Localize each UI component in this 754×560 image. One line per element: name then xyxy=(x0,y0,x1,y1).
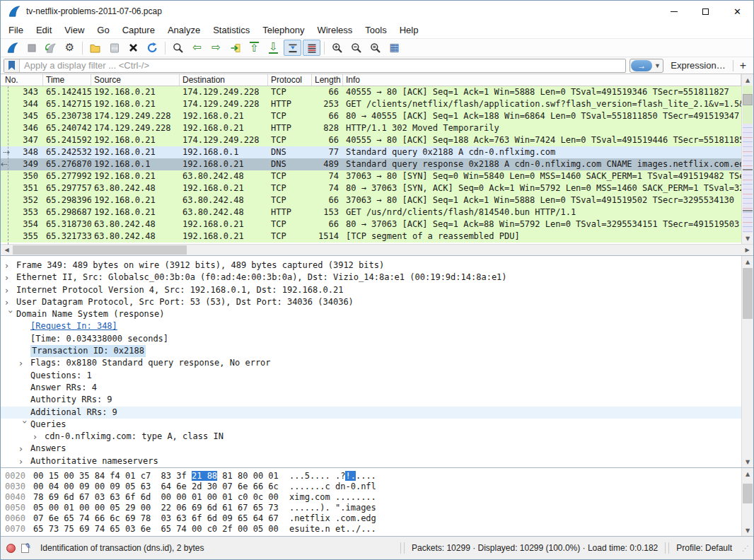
menu-view[interactable]: View xyxy=(58,23,91,37)
expander-collapsed-icon[interactable]: › xyxy=(19,443,30,455)
minimize-button[interactable] xyxy=(658,1,690,22)
scroll-down-icon[interactable]: ▼ xyxy=(742,233,753,244)
expander-collapsed-icon[interactable]: › xyxy=(5,272,16,284)
menu-analyze[interactable]: Analyze xyxy=(161,23,207,37)
detail-row-authority-rrs[interactable]: Authority RRs: 9 xyxy=(1,394,753,406)
expander-collapsed-icon[interactable]: › xyxy=(33,431,45,443)
menu-file[interactable]: File xyxy=(2,23,30,37)
restart-capture-button[interactable] xyxy=(42,40,59,56)
packet-list-scrollbar[interactable]: ▲ ▼ xyxy=(741,74,753,244)
hex-row[interactable]: 004078 69 6d 67 03 63 6f 6d 00 00 01 00 … xyxy=(5,492,753,503)
find-packet-button[interactable] xyxy=(169,40,187,56)
hex-row[interactable]: 007065 73 75 69 74 65 03 6e 65 74 00 c0 … xyxy=(5,524,753,535)
stop-capture-button[interactable] xyxy=(23,40,40,56)
zoom-in-button[interactable] xyxy=(328,40,346,56)
open-file-button[interactable] xyxy=(86,40,104,56)
menu-go[interactable]: Go xyxy=(91,23,115,37)
packet-row-355[interactable]: 35565.32173363.80.242.48192.168.0.21TCP1… xyxy=(1,231,741,243)
filter-history-dropdown[interactable]: ▼ xyxy=(652,62,662,69)
display-filter-field[interactable] xyxy=(4,59,626,73)
maximize-button[interactable] xyxy=(690,1,721,22)
packet-row-344[interactable]: 34465.142715192.168.0.21174.129.249.228H… xyxy=(1,98,741,110)
apply-filter-button[interactable]: → xyxy=(631,60,652,71)
expression-button[interactable]: Expression… xyxy=(671,60,725,71)
scroll-up-icon[interactable]: ▲ xyxy=(742,468,753,479)
expander-collapsed-icon[interactable]: › xyxy=(5,296,16,308)
go-last-packet-button[interactable]: ⇩ xyxy=(265,40,282,56)
intelligent-scrollbar-minimap[interactable] xyxy=(743,86,753,233)
column-header-info[interactable]: Info xyxy=(343,74,741,86)
menu-edit[interactable]: Edit xyxy=(30,23,58,37)
detail-row-flags[interactable]: ›Flags: 0x8180 Standard query response, … xyxy=(1,357,753,369)
expander-collapsed-icon[interactable]: › xyxy=(19,357,30,369)
packet-row-349-selected[interactable]: ⇠34965.276870192.168.0.1192.168.0.21DNS4… xyxy=(1,158,741,170)
scrollbar-thumb[interactable] xyxy=(743,484,753,503)
close-button[interactable]: ✕ xyxy=(721,1,753,22)
detail-row-ip[interactable]: ›Internet Protocol Version 4, Src: 192.1… xyxy=(1,284,753,296)
capture-options-button[interactable]: ⚙ xyxy=(61,40,79,56)
expander-expanded-icon[interactable]: › xyxy=(18,420,30,431)
packet-row-352[interactable]: 35265.298396192.168.0.2163.80.242.48TCP6… xyxy=(1,194,741,206)
profile-status[interactable]: Profile: Default xyxy=(676,543,732,553)
add-filter-button[interactable]: + xyxy=(740,59,746,72)
menu-statistics[interactable]: Statistics xyxy=(207,23,256,37)
hex-row[interactable]: 006007 6e 65 74 66 6c 69 78 03 63 6f 6d … xyxy=(5,513,753,524)
filter-bookmark-button[interactable] xyxy=(4,59,20,72)
scrollbar-thumb[interactable] xyxy=(743,94,753,105)
hex-scrollbar[interactable]: ▲ ▼ xyxy=(741,468,753,536)
packet-row-347[interactable]: 34765.241592192.168.0.21174.129.249.228T… xyxy=(1,134,741,146)
display-filter-input[interactable] xyxy=(20,60,625,71)
detail-row-time[interactable]: [Time: 0.034338000 seconds] xyxy=(1,333,753,345)
scroll-left-icon[interactable]: ◀ xyxy=(1,245,13,255)
expander-collapsed-icon[interactable]: › xyxy=(5,259,16,272)
zoom-out-button[interactable] xyxy=(347,40,365,56)
column-header-no[interactable]: No. xyxy=(1,74,43,86)
go-back-button[interactable]: ⇦ xyxy=(188,40,206,56)
scrollbar-thumb[interactable] xyxy=(743,268,753,319)
menu-tools[interactable]: Tools xyxy=(359,23,393,37)
detail-row-authoritative-nameservers[interactable]: ›Authoritative nameservers xyxy=(1,455,753,467)
detail-row-query-cdn0[interactable]: ›cdn-0.nflximg.com: type A, class IN xyxy=(1,431,753,443)
expert-info-icon[interactable] xyxy=(6,544,16,553)
packet-row-354[interactable]: 35465.31873063.80.242.48192.168.0.21TCP6… xyxy=(1,218,741,231)
detail-row-queries[interactable]: ›Queries xyxy=(1,419,753,431)
detail-row-udp[interactable]: ›User Datagram Protocol, Src Port: 53 (5… xyxy=(1,296,753,308)
detail-row-frame[interactable]: ›Frame 349: 489 bytes on wire (3912 bits… xyxy=(1,259,753,272)
detail-row-dns[interactable]: ›Domain Name System (response) xyxy=(1,308,753,320)
packet-row-345[interactable]: 34565.230738174.129.249.228192.168.0.21T… xyxy=(1,110,741,122)
expander-expanded-icon[interactable]: › xyxy=(4,310,16,322)
scroll-down-icon[interactable]: ▼ xyxy=(742,525,753,536)
hex-row[interactable]: 005005 00 01 00 00 05 29 00 22 06 69 6d … xyxy=(5,503,753,513)
column-header-length[interactable]: Length xyxy=(312,74,343,86)
zoom-normal-button[interactable] xyxy=(366,40,384,56)
go-forward-button[interactable]: ⇨ xyxy=(207,40,225,56)
detail-row-request-in[interactable]: [Request In: 348] xyxy=(1,320,753,332)
packet-row-350[interactable]: 35065.277992192.168.0.2163.80.242.48TCP7… xyxy=(1,170,741,182)
menu-wireless[interactable]: Wireless xyxy=(311,23,359,37)
expander-collapsed-icon[interactable]: › xyxy=(5,284,16,296)
packet-row-343[interactable]: 34365.142415192.168.0.21174.129.249.228T… xyxy=(1,86,741,98)
menu-help[interactable]: Help xyxy=(393,23,425,37)
colorize-toggle[interactable] xyxy=(303,40,320,56)
detail-row-answers[interactable]: ›Answers xyxy=(1,443,753,455)
detail-row-answer-rrs[interactable]: Answer RRs: 4 xyxy=(1,382,753,394)
resize-grip[interactable]: ⋰ xyxy=(742,544,749,552)
detail-row-questions[interactable]: Questions: 1 xyxy=(1,370,753,382)
resize-columns-button[interactable]: ▦ xyxy=(385,40,403,56)
hex-row[interactable]: 003000 04 00 09 00 09 05 63 64 6e 2d 30 … xyxy=(5,482,753,492)
packet-row-353[interactable]: 35365.298687192.168.0.2163.80.242.48HTTP… xyxy=(1,206,741,218)
menu-capture[interactable]: Capture xyxy=(116,23,161,37)
save-file-button[interactable]: 010 xyxy=(105,40,123,56)
detail-row-ethernet[interactable]: ›Ethernet II, Src: Globalsc_00:3b:0a (f0… xyxy=(1,272,753,284)
detail-row-additional-rrs[interactable]: Additional RRs: 9 xyxy=(1,407,753,419)
scroll-right-icon[interactable]: ▶ xyxy=(741,245,753,255)
column-header-time[interactable]: Time xyxy=(43,74,91,86)
scroll-down-icon[interactable]: ▼ xyxy=(742,456,753,467)
packet-row-351[interactable]: 35165.29775763.80.242.48192.168.0.21TCP7… xyxy=(1,182,741,194)
column-header-source[interactable]: Source xyxy=(91,74,180,86)
go-first-packet-button[interactable]: ⇧ xyxy=(245,40,263,56)
menu-telephony[interactable]: Telephony xyxy=(256,23,311,37)
expander-collapsed-icon[interactable]: › xyxy=(19,455,30,467)
detail-row-transaction-id-selected[interactable]: Transaction ID: 0x2188 xyxy=(1,345,753,357)
start-capture-button[interactable] xyxy=(4,40,21,56)
